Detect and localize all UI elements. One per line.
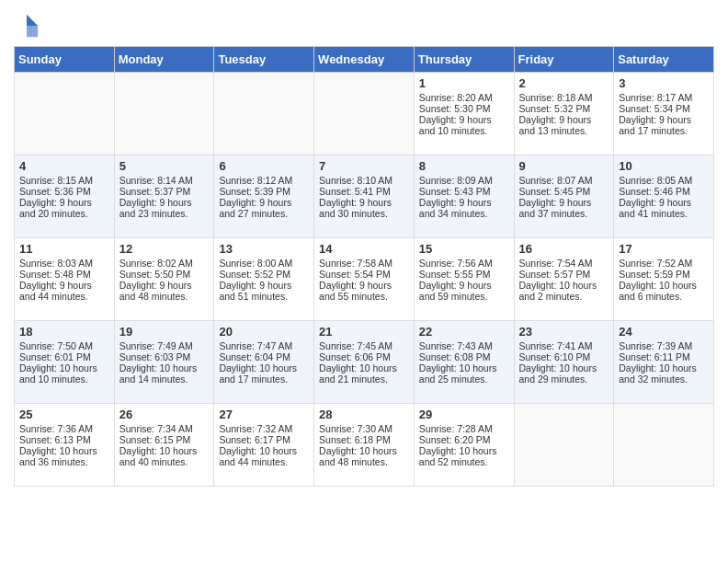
svg-marker-0 [27,15,38,26]
sunrise-text: Sunrise: 8:10 AM [319,175,409,186]
svg-marker-1 [27,26,38,37]
day-number: 10 [619,159,709,173]
calendar-cell: 27Sunrise: 7:32 AMSunset: 6:17 PMDayligh… [214,404,314,487]
calendar-cell: 13Sunrise: 8:00 AMSunset: 5:52 PMDayligh… [214,238,314,321]
daylight-text: Daylight: 10 hours and 2 minutes. [519,280,609,302]
calendar-cell: 17Sunrise: 7:52 AMSunset: 5:59 PMDayligh… [614,238,714,321]
calendar-cell: 25Sunrise: 7:36 AMSunset: 6:13 PMDayligh… [15,404,115,487]
sunset-text: Sunset: 5:37 PM [119,186,210,197]
sunset-text: Sunset: 5:43 PM [419,186,509,197]
sunset-text: Sunset: 6:04 PM [219,351,309,362]
daylight-text: Daylight: 9 hours and 59 minutes. [419,280,509,302]
calendar-cell: 7Sunrise: 8:10 AMSunset: 5:41 PMDaylight… [314,155,415,238]
day-number: 19 [119,325,210,339]
day-number: 24 [619,325,709,339]
calendar-header-row: SundayMondayTuesdayWednesdayThursdayFrid… [15,47,714,73]
sunset-text: Sunset: 6:11 PM [619,351,709,362]
day-number: 25 [19,408,109,421]
sunrise-text: Sunrise: 7:43 AM [419,340,509,351]
sunset-text: Sunset: 6:08 PM [419,351,509,362]
day-number: 2 [519,76,609,90]
calendar-cell: 16Sunrise: 7:54 AMSunset: 5:57 PMDayligh… [514,238,614,321]
sunrise-text: Sunrise: 7:28 AM [419,423,509,434]
sunrise-text: Sunrise: 8:07 AM [519,175,609,186]
daylight-text: Daylight: 9 hours and 55 minutes. [319,280,409,302]
calendar-cell: 26Sunrise: 7:34 AMSunset: 6:15 PMDayligh… [114,404,214,487]
daylight-text: Daylight: 9 hours and 13 minutes. [519,114,609,136]
day-number: 8 [419,159,509,173]
daylight-text: Daylight: 9 hours and 23 minutes. [119,197,210,219]
sunset-text: Sunset: 5:32 PM [519,103,609,114]
sunset-text: Sunset: 5:30 PM [419,103,509,114]
day-number: 4 [19,159,109,173]
sunrise-text: Sunrise: 8:00 AM [219,258,309,269]
sunset-text: Sunset: 5:45 PM [519,186,609,197]
daylight-text: Daylight: 10 hours and 14 minutes. [119,362,210,385]
sunrise-text: Sunrise: 8:02 AM [119,258,210,269]
sunset-text: Sunset: 5:52 PM [219,269,309,280]
sunset-text: Sunset: 5:34 PM [619,103,709,114]
week-row-5: 25Sunrise: 7:36 AMSunset: 6:13 PMDayligh… [15,404,714,487]
logo [14,13,41,39]
sunrise-text: Sunrise: 7:32 AM [219,423,309,434]
sunrise-text: Sunrise: 7:58 AM [319,258,409,269]
calendar-cell: 21Sunrise: 7:45 AMSunset: 6:06 PMDayligh… [314,321,415,404]
sunrise-text: Sunrise: 7:52 AM [619,258,709,269]
daylight-text: Daylight: 10 hours and 52 minutes. [419,445,509,467]
calendar-cell: 29Sunrise: 7:28 AMSunset: 6:20 PMDayligh… [414,404,514,487]
calendar-cell: 2Sunrise: 8:18 AMSunset: 5:32 PMDaylight… [514,73,614,155]
daylight-text: Daylight: 9 hours and 48 minutes. [119,280,210,302]
calendar-cell: 10Sunrise: 8:05 AMSunset: 5:46 PMDayligh… [614,155,714,238]
daylight-text: Daylight: 10 hours and 48 minutes. [319,445,409,467]
sunrise-text: Sunrise: 8:15 AM [19,175,109,186]
sunset-text: Sunset: 6:01 PM [19,351,109,362]
calendar-cell: 24Sunrise: 7:39 AMSunset: 6:11 PMDayligh… [614,321,714,404]
day-number: 3 [619,76,709,90]
logo-icon [14,13,40,39]
calendar-cell [314,73,415,155]
sunset-text: Sunset: 6:13 PM [19,434,109,445]
day-number: 1 [419,76,509,90]
calendar-cell: 3Sunrise: 8:17 AMSunset: 5:34 PMDaylight… [614,73,714,155]
sunrise-text: Sunrise: 7:34 AM [119,423,210,434]
week-row-3: 11Sunrise: 8:03 AMSunset: 5:48 PMDayligh… [15,238,714,321]
calendar-table: SundayMondayTuesdayWednesdayThursdayFrid… [14,46,714,487]
week-row-1: 1Sunrise: 8:20 AMSunset: 5:30 PMDaylight… [15,73,714,155]
daylight-text: Daylight: 9 hours and 44 minutes. [19,280,109,302]
sunrise-text: Sunrise: 8:05 AM [619,175,709,186]
header-friday: Friday [514,47,614,73]
sunset-text: Sunset: 5:48 PM [19,269,109,280]
daylight-text: Daylight: 9 hours and 17 minutes. [619,114,709,136]
calendar-cell: 22Sunrise: 7:43 AMSunset: 6:08 PMDayligh… [414,321,514,404]
daylight-text: Daylight: 10 hours and 25 minutes. [419,362,509,385]
daylight-text: Daylight: 10 hours and 21 minutes. [319,362,409,385]
calendar-cell: 12Sunrise: 8:02 AMSunset: 5:50 PMDayligh… [114,238,214,321]
daylight-text: Daylight: 10 hours and 40 minutes. [119,445,210,467]
calendar-cell: 23Sunrise: 7:41 AMSunset: 6:10 PMDayligh… [514,321,614,404]
day-number: 26 [119,408,210,421]
header-tuesday: Tuesday [214,47,314,73]
calendar-cell [514,404,614,487]
sunrise-text: Sunrise: 8:20 AM [419,92,509,103]
calendar-cell: 11Sunrise: 8:03 AMSunset: 5:48 PMDayligh… [15,238,115,321]
sunset-text: Sunset: 6:17 PM [219,434,309,445]
day-number: 15 [419,242,509,256]
daylight-text: Daylight: 10 hours and 6 minutes. [619,280,709,302]
sunset-text: Sunset: 5:54 PM [319,269,409,280]
day-number: 13 [219,242,309,256]
daylight-text: Daylight: 9 hours and 27 minutes. [219,197,309,219]
sunrise-text: Sunrise: 7:54 AM [519,258,609,269]
header [14,9,714,39]
day-number: 23 [519,325,609,339]
sunset-text: Sunset: 5:39 PM [219,186,309,197]
calendar-cell: 8Sunrise: 8:09 AMSunset: 5:43 PMDaylight… [414,155,514,238]
sunset-text: Sunset: 5:36 PM [19,186,109,197]
day-number: 17 [619,242,709,256]
calendar-cell: 1Sunrise: 8:20 AMSunset: 5:30 PMDaylight… [414,73,514,155]
daylight-text: Daylight: 10 hours and 29 minutes. [519,362,609,385]
calendar-cell: 9Sunrise: 8:07 AMSunset: 5:45 PMDaylight… [514,155,614,238]
day-number: 11 [19,242,109,256]
sunrise-text: Sunrise: 7:50 AM [19,340,109,351]
sunrise-text: Sunrise: 7:47 AM [219,340,309,351]
daylight-text: Daylight: 10 hours and 10 minutes. [19,362,109,385]
